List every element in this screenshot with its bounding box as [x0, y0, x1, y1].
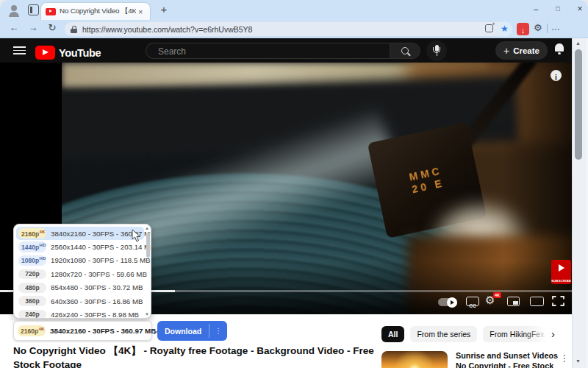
notifications-bell-icon[interactable]: [554, 43, 564, 54]
dropdown-scroll-up-icon[interactable]: ▲: [145, 226, 149, 230]
download-arrow-icon: ↓: [521, 26, 526, 35]
address-bar[interactable]: https://www.youtube.com/watch?v=e6rhUvwB…: [65, 22, 509, 36]
browser-tab[interactable]: No Copyright Video 【4K】 - Royal ×: [40, 2, 151, 20]
browser-window: No Copyright Video 【4K】 - Royal × + – □ …: [0, 0, 588, 368]
dropdown-scrollbar-thumb[interactable]: [146, 233, 150, 258]
download-split-button[interactable]: Download ⋮: [157, 321, 227, 341]
hamburger-menu-icon[interactable]: [13, 46, 26, 54]
downloader-extension-icon[interactable]: ↓: [517, 23, 529, 35]
info-icon[interactable]: i: [551, 70, 562, 81]
captions-button[interactable]: CC: [466, 297, 479, 306]
split-screen-icon[interactable]: [485, 24, 493, 32]
download-options-icon[interactable]: ⋮: [209, 321, 227, 341]
youtube-favicon: [46, 8, 56, 15]
new-tab-button[interactable]: +: [157, 3, 171, 15]
toolbar-divider: [547, 24, 548, 33]
tab-title: No Copyright Video 【4K】 - Royal: [60, 7, 136, 16]
favorite-button[interactable]: ★: [497, 21, 512, 37]
tab-close-icon[interactable]: ×: [138, 7, 143, 16]
resolution-option-360p[interactable]: 360p 640x360 - 30FPS - 16.86 MB: [14, 294, 151, 308]
back-button[interactable]: ←: [7, 22, 21, 33]
chip-from-the-series[interactable]: From the series: [410, 326, 477, 342]
resolution-option-2160p[interactable]: 2160p4K 3840x2160 - 30FPS - 360.97 MB: [16, 227, 144, 240]
fullscreen-button[interactable]: [552, 296, 564, 306]
scrollbar-down-icon[interactable]: ▼: [576, 358, 581, 364]
download-button[interactable]: Download: [157, 321, 209, 341]
star-icon: ★: [501, 24, 509, 34]
window-minimize-button[interactable]: –: [528, 2, 544, 15]
window-maximize-button[interactable]: □: [550, 2, 566, 15]
browser-titlebar: No Copyright Video 【4K】 - Royal × + – □ …: [0, 0, 588, 20]
url-text: https://www.youtube.com/watch?v=e6rhUvwB…: [82, 25, 252, 34]
resolution-select[interactable]: 2160p4K 3840x2160 - 30FPS - 360.97 MB: [13, 321, 152, 341]
chips-next-icon[interactable]: ›: [551, 326, 555, 342]
resolution-dropdown: 2160p4K 3840x2160 - 30FPS - 360.97 MB 14…: [13, 224, 151, 319]
miniplayer-button[interactable]: [507, 297, 520, 306]
create-button[interactable]: + Create: [495, 41, 548, 60]
scrollbar-up-icon[interactable]: ▲: [576, 40, 581, 46]
subscribe-watermark[interactable]: SUBSCRIBE: [551, 260, 571, 284]
quality-4k-badge: 4K: [493, 292, 501, 298]
youtube-logo-text[interactable]: YouTube: [59, 47, 101, 59]
suggested-video-menu-icon[interactable]: ⋮: [560, 353, 569, 364]
search-field[interactable]: [146, 43, 390, 59]
plus-icon: +: [503, 45, 509, 57]
scrollbar-thumb[interactable]: [575, 49, 582, 160]
window-close-button[interactable]: ×: [572, 2, 588, 15]
chip-all[interactable]: All: [381, 326, 404, 342]
dropdown-scroll-down-icon[interactable]: ▼: [145, 312, 149, 316]
suggested-video-thumbnail[interactable]: [381, 351, 448, 368]
forward-button[interactable]: →: [26, 22, 40, 33]
video-title: No Copyright Video 【4K】 - Royalty free F…: [13, 344, 384, 368]
resolution-option-1080p[interactable]: 1080pHD 1920x1080 - 30FPS - 118.5 MB: [14, 254, 151, 267]
search-input[interactable]: [157, 45, 373, 58]
play-icon: [559, 264, 564, 272]
resolution-option-480p[interactable]: 480p 854x480 - 30FPS - 30.72 MB: [14, 281, 151, 294]
youtube-logo-icon[interactable]: [35, 46, 55, 60]
suggested-video-title[interactable]: Sunrise and Sunset Videos No Copyright -…: [456, 351, 566, 368]
search-button[interactable]: [390, 43, 420, 59]
workspaces-icon[interactable]: [28, 4, 39, 15]
search-icon: [401, 47, 409, 54]
settings-gear-icon[interactable]: ⚙: [534, 22, 542, 33]
resolution-option-1440p[interactable]: 1440pHD 2560x1440 - 30FPS - 203.14 MB: [14, 240, 151, 253]
reload-button[interactable]: ↻: [46, 22, 59, 33]
voice-search-button[interactable]: [426, 40, 447, 61]
browser-menu-button[interactable]: …: [551, 22, 561, 32]
lock-icon: [71, 26, 77, 33]
resolution-option-720p[interactable]: 720p 1280x720 - 30FPS - 59.66 MB: [14, 267, 151, 280]
resolution-option-240p[interactable]: 240p 426x240 - 30FPS - 8.98 MB: [14, 308, 151, 319]
theater-mode-button[interactable]: [530, 297, 544, 306]
autoplay-toggle[interactable]: [438, 298, 457, 306]
profile-icon[interactable]: [7, 4, 21, 17]
mouse-cursor: [132, 229, 142, 246]
chips-fade: [526, 326, 555, 342]
